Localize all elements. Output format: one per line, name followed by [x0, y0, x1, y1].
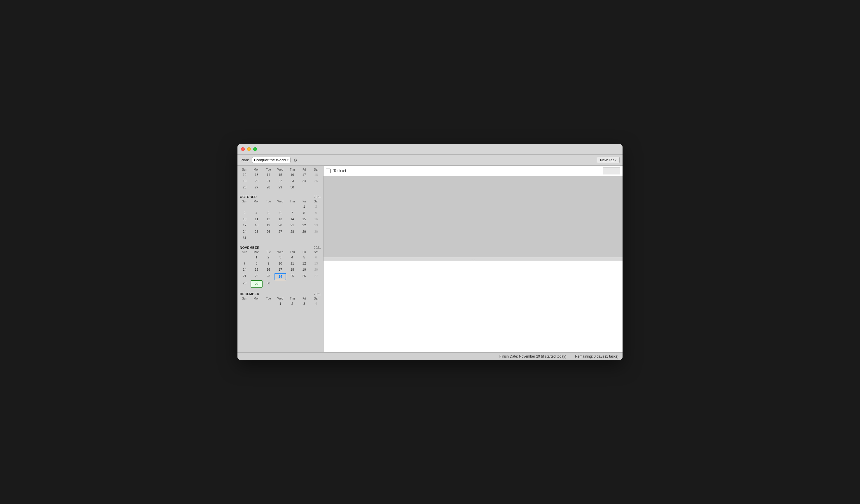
- cal-day[interactable]: 30: [262, 280, 274, 288]
- cal-day[interactable]: 21: [239, 273, 250, 280]
- cal-day[interactable]: 20: [310, 267, 322, 273]
- cal-day[interactable]: 17: [298, 172, 310, 178]
- cal-day[interactable]: 15: [250, 267, 262, 273]
- cal-day[interactable]: 25: [286, 273, 298, 280]
- cal-day[interactable]: 2: [310, 204, 322, 210]
- task-date-input[interactable]: [603, 168, 620, 174]
- cal-day[interactable]: 16: [310, 216, 322, 222]
- cal-day[interactable]: [298, 280, 310, 288]
- cal-day[interactable]: 9: [310, 210, 322, 216]
- maximize-button[interactable]: [253, 147, 257, 151]
- cal-day[interactable]: 15: [298, 216, 310, 222]
- cal-day[interactable]: 31: [239, 235, 250, 241]
- cal-day[interactable]: [274, 204, 286, 210]
- cal-day[interactable]: 4: [286, 254, 298, 260]
- cal-day[interactable]: 14: [286, 216, 298, 222]
- cal-day[interactable]: 25: [250, 229, 262, 235]
- cal-day[interactable]: 30: [286, 184, 298, 190]
- cal-day[interactable]: 19: [239, 178, 250, 184]
- cal-day[interactable]: 6: [274, 210, 286, 216]
- cal-day[interactable]: [298, 235, 310, 241]
- cal-day[interactable]: 3: [239, 210, 250, 216]
- cal-day[interactable]: 12: [239, 172, 250, 178]
- cal-day[interactable]: 23: [262, 273, 274, 280]
- cal-day[interactable]: 21: [286, 222, 298, 228]
- cal-day[interactable]: 10: [239, 216, 250, 222]
- cal-day[interactable]: 18: [310, 172, 322, 178]
- cal-day[interactable]: 11: [286, 260, 298, 267]
- cal-day[interactable]: 1: [250, 254, 262, 260]
- cal-day[interactable]: [286, 235, 298, 241]
- cal-day[interactable]: 16: [286, 172, 298, 178]
- cal-day[interactable]: [286, 280, 298, 288]
- cal-day[interactable]: 23: [286, 178, 298, 184]
- cal-day[interactable]: [262, 204, 274, 210]
- cal-day[interactable]: [310, 184, 322, 190]
- cal-day[interactable]: [298, 184, 310, 190]
- cal-day[interactable]: 29: [274, 184, 286, 190]
- cal-day[interactable]: 2: [262, 254, 274, 260]
- cal-day[interactable]: 22: [274, 178, 286, 184]
- cal-day[interactable]: 1: [274, 301, 286, 307]
- cal-day[interactable]: 15: [274, 172, 286, 178]
- cal-day[interactable]: 18: [286, 267, 298, 273]
- cal-day[interactable]: 1: [298, 204, 310, 210]
- task-checkbox[interactable]: [326, 169, 331, 173]
- cal-day[interactable]: 27: [274, 229, 286, 235]
- cal-day[interactable]: 17: [274, 267, 286, 273]
- close-button[interactable]: [241, 147, 245, 151]
- cal-day[interactable]: 3: [274, 254, 286, 260]
- cal-day[interactable]: 11: [250, 216, 262, 222]
- cal-day[interactable]: 24: [298, 178, 310, 184]
- cal-day[interactable]: 27: [310, 273, 322, 280]
- cal-day[interactable]: 28: [262, 184, 274, 190]
- cal-day[interactable]: 26: [262, 229, 274, 235]
- cal-day[interactable]: 29: [298, 229, 310, 235]
- cal-day[interactable]: 22: [298, 222, 310, 228]
- cal-day[interactable]: 6: [310, 254, 322, 260]
- cal-day[interactable]: 7: [239, 260, 250, 267]
- cal-day[interactable]: 4: [250, 210, 262, 216]
- cal-day[interactable]: 8: [250, 260, 262, 267]
- cal-day[interactable]: 14: [262, 172, 274, 178]
- cal-day[interactable]: [239, 204, 250, 210]
- minimize-button[interactable]: [247, 147, 251, 151]
- cal-day[interactable]: [262, 301, 274, 307]
- cal-day[interactable]: 5: [262, 210, 274, 216]
- cal-day[interactable]: 10: [274, 260, 286, 267]
- cal-day[interactable]: 26: [239, 184, 250, 190]
- cal-day[interactable]: 13: [250, 172, 262, 178]
- cal-day[interactable]: [250, 301, 262, 307]
- cal-day[interactable]: 2: [286, 301, 298, 307]
- cal-day[interactable]: 27: [250, 184, 262, 190]
- cal-day[interactable]: 20: [274, 222, 286, 228]
- cal-day[interactable]: 17: [239, 222, 250, 228]
- cal-day[interactable]: 13: [274, 216, 286, 222]
- cal-day[interactable]: 19: [298, 267, 310, 273]
- cal-day[interactable]: 28: [286, 229, 298, 235]
- cal-day[interactable]: 20: [250, 178, 262, 184]
- cal-day[interactable]: 16: [262, 267, 274, 273]
- cal-day[interactable]: 12: [262, 216, 274, 222]
- cal-day[interactable]: [286, 204, 298, 210]
- cal-day[interactable]: [274, 280, 286, 288]
- cal-day[interactable]: 18: [250, 222, 262, 228]
- cal-day[interactable]: [239, 254, 250, 260]
- cal-day[interactable]: [262, 235, 274, 241]
- cal-day[interactable]: 8: [298, 210, 310, 216]
- cal-day-today[interactable]: 24: [274, 273, 286, 280]
- cal-day[interactable]: 26: [298, 273, 310, 280]
- cal-day[interactable]: [310, 235, 322, 241]
- cal-day[interactable]: 30: [310, 229, 322, 235]
- calendar-sidebar[interactable]: Sun Mon Tue Wed Thu Fri Sat 12 13 14 15 …: [238, 165, 324, 352]
- cal-day[interactable]: 3: [298, 301, 310, 307]
- cal-day[interactable]: 13: [310, 260, 322, 267]
- plan-select-dropdown[interactable]: Conquer the World ▾: [252, 157, 290, 163]
- cal-day[interactable]: 24: [239, 229, 250, 235]
- new-task-button[interactable]: New Task: [597, 157, 620, 163]
- cal-day[interactable]: [239, 301, 250, 307]
- cal-day[interactable]: 23: [310, 222, 322, 228]
- cal-day[interactable]: [250, 204, 262, 210]
- cal-day[interactable]: 28: [239, 280, 250, 288]
- cal-day[interactable]: 5: [298, 254, 310, 260]
